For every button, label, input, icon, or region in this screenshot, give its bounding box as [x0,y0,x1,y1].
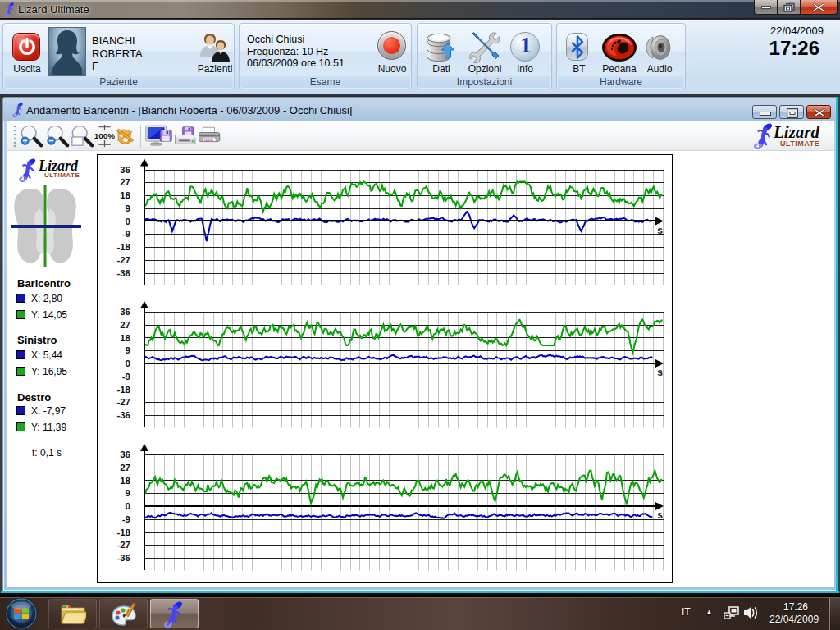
svg-text:0: 0 [126,358,130,368]
svg-text:36: 36 [120,165,130,175]
svg-text:0: 0 [126,501,130,511]
svg-text:-18: -18 [116,385,130,395]
svg-text:-36: -36 [116,553,130,563]
svg-text:-36: -36 [116,268,130,278]
svg-text:-18: -18 [116,527,130,537]
svg-text:-18: -18 [116,242,130,252]
svg-text:-27: -27 [116,540,130,550]
svg-text:9: 9 [126,488,130,498]
svg-text:s: s [657,509,663,521]
svg-text:-9: -9 [122,372,130,381]
svg-text:-9: -9 [122,229,130,239]
svg-text:36: 36 [120,450,130,459]
svg-text:9: 9 [126,345,130,355]
svg-text:-27: -27 [116,255,130,265]
svg-text:27: 27 [120,320,130,330]
svg-text:-27: -27 [116,397,130,407]
svg-text:0: 0 [126,217,130,226]
svg-text:27: 27 [120,177,130,187]
svg-text:18: 18 [120,190,130,200]
svg-text:s: s [657,367,663,378]
svg-text:27: 27 [120,463,130,472]
svg-text:18: 18 [120,333,130,343]
svg-text:18: 18 [120,476,130,486]
svg-text:9: 9 [126,203,130,213]
svg-text:36: 36 [120,307,130,317]
svg-text:-36: -36 [116,410,130,420]
svg-text:-9: -9 [122,514,130,524]
svg-text:100%: 100% [94,131,115,140]
svg-text:s: s [657,225,663,236]
